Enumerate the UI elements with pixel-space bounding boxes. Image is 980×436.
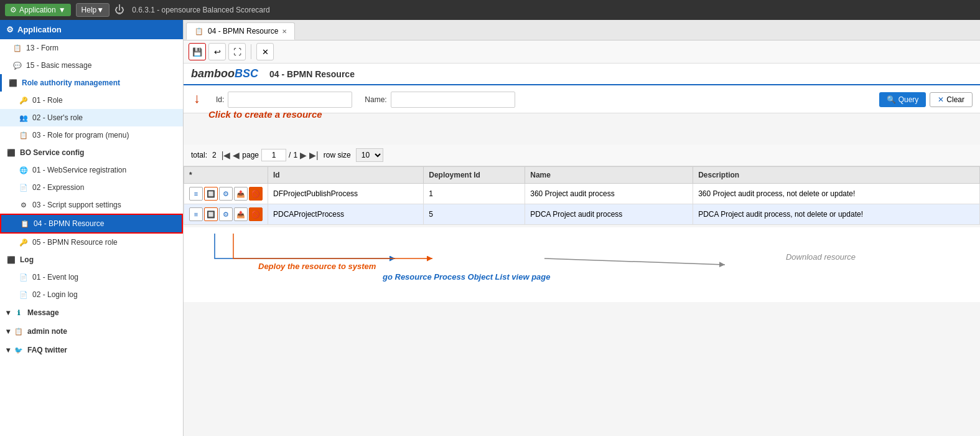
create-arrow: ↓ xyxy=(194,90,200,107)
login-log-icon: 📄 xyxy=(19,290,29,300)
sidebar-section-faq-label: FAQ twitter xyxy=(27,346,67,354)
cell-name-2: PDCA Project audit process xyxy=(525,204,693,225)
tab-label: 04 - BPMN Resource xyxy=(208,27,278,36)
application-button[interactable]: ⚙ Application ▼ xyxy=(5,4,71,16)
edit-button-2[interactable]: 🔲 xyxy=(204,207,218,221)
tabs-bar: 📋 04 - BPMN Resource ✕ xyxy=(184,20,980,40)
row-actions-2: ≡ 🔲 ⚙ 📤 🚫 xyxy=(184,204,268,225)
edit-button-1[interactable]: 🔲 xyxy=(204,187,218,201)
page-header: bambooBSC 04 - BPMN Resource xyxy=(184,64,980,85)
delete-button-2[interactable]: 🚫 xyxy=(249,207,263,221)
gear-icon: ⚙ xyxy=(10,6,17,14)
faq-twitter-icon: 🐦 xyxy=(14,345,24,355)
tab-bpmn-resource[interactable]: 📋 04 - BPMN Resource ✕ xyxy=(186,22,295,40)
clear-icon: ✕ xyxy=(938,95,944,104)
bpmn-role-icon: 🔑 xyxy=(19,237,29,247)
sidebar-item-event-log[interactable]: 📄 01 - Event log xyxy=(0,268,183,286)
sidebar-item-role-program[interactable]: 📋 03 - Role for program (menu) xyxy=(0,126,183,144)
log-section-icon: ⬛ xyxy=(6,255,16,265)
clear-label: Clear xyxy=(946,95,964,104)
message-icon: 💬 xyxy=(12,60,22,70)
sidebar-item-basic-message[interactable]: 💬 15 - Basic message xyxy=(0,57,183,74)
help-button[interactable]: Help ▼ xyxy=(76,3,110,17)
download-annotation: Download resource xyxy=(786,252,856,262)
search-form: ↓ Id: Name: 🔍 Query ✕ xyxy=(184,85,980,113)
sidebar-section-log[interactable]: ⬛ Log xyxy=(0,251,183,268)
query-button[interactable]: 🔍 Query xyxy=(879,92,926,107)
first-page-button[interactable]: |◀ xyxy=(222,150,231,160)
next-page-button[interactable]: ▶ xyxy=(300,150,307,160)
main-layout: ⚙ Application 📋 13 - Form 💬 15 - Basic m… xyxy=(0,20,980,436)
sidebar-section-admin-note-label: admin note xyxy=(27,327,67,336)
users-role-icon: 👥 xyxy=(19,113,29,123)
sidebar-section-faq-twitter[interactable]: ▾ 🐦 FAQ twitter xyxy=(0,341,183,359)
expand-icon: ⛶ xyxy=(233,47,241,57)
save-icon: 💾 xyxy=(192,47,202,57)
config-button-1[interactable]: ⚙ xyxy=(219,187,233,201)
bpmn-resource-icon: 📋 xyxy=(20,219,30,229)
bamboo-text: bamboo xyxy=(191,67,235,80)
col-header-id: Id xyxy=(268,167,424,184)
table-controls: total: 2 |◀ ◀ page / 1 ▶ ▶| row size 10 … xyxy=(184,145,980,166)
prev-page-button[interactable]: ◀ xyxy=(233,150,240,160)
sidebar-section-role-auth-label: Role authority management xyxy=(22,78,120,87)
sidebar-item-expression[interactable]: 📄 02 - Expression xyxy=(0,179,183,196)
total-count: 2 xyxy=(212,151,217,159)
view-button-1[interactable]: ≡ xyxy=(189,187,203,201)
last-page-button[interactable]: ▶| xyxy=(309,150,319,160)
expand-button[interactable]: ⛶ xyxy=(228,43,246,60)
sidebar-item-users-role[interactable]: 👥 02 - User's role xyxy=(0,109,183,126)
sidebar-section-bo-service-label: BO Service config xyxy=(20,148,84,157)
sidebar-item-webservice[interactable]: 🌐 01 - WebService registration xyxy=(0,161,183,179)
name-input[interactable] xyxy=(391,92,515,108)
sidebar-item-bpmn-role[interactable]: 🔑 05 - BPMN Resource role xyxy=(0,234,183,251)
col-header-deployment-id: Deployment Id xyxy=(424,167,525,184)
chevron-icon-message: ▾ xyxy=(6,308,10,317)
sidebar-item-bpmn-resource[interactable]: 📋 04 - BPMN Resource xyxy=(0,214,183,234)
undo-icon: ↩ xyxy=(214,47,221,57)
export-button-1[interactable]: 📤 xyxy=(234,187,248,201)
event-log-icon: 📄 xyxy=(19,272,29,282)
sidebar-item-login-log[interactable]: 📄 02 - Login log xyxy=(0,286,183,303)
table-row: ≡ 🔲 ⚙ 📤 🚫 DFProjectPublishProcess 1 360 … xyxy=(184,184,980,204)
table-container: * Id Deployment Id Name Description ≡ 🔲 xyxy=(184,166,980,225)
page-title: 04 - BPMN Resource xyxy=(269,69,355,79)
close-icon: ✕ xyxy=(262,47,269,57)
sidebar-section-bo-service[interactable]: ⬛ BO Service config xyxy=(0,144,183,161)
delete-button-1[interactable]: 🚫 xyxy=(249,187,263,201)
tab-icon: 📋 xyxy=(194,26,204,36)
sidebar-section-message[interactable]: ▾ ℹ Message xyxy=(0,303,183,322)
chevron-down-icon2: ▼ xyxy=(96,6,104,14)
sidebar-section-role-auth[interactable]: ⬛ Role authority management xyxy=(0,74,183,92)
power-button[interactable]: ⏻ xyxy=(114,4,124,16)
cell-id-1: DFProjectPublishProcess xyxy=(268,184,424,204)
sidebar-item-form[interactable]: 📋 13 - Form xyxy=(0,39,183,57)
export-button-2[interactable]: 📤 xyxy=(234,207,248,221)
sidebar-header: ⚙ Application xyxy=(0,20,183,39)
sidebar-item-role[interactable]: 🔑 01 - Role xyxy=(0,92,183,109)
col-header-actions: * xyxy=(184,167,268,184)
chevron-down-icon: ▼ xyxy=(58,6,66,14)
sidebar-item-script[interactable]: ⚙ 03 - Script support settings xyxy=(0,196,183,214)
id-input[interactable] xyxy=(228,92,352,108)
message-section-icon: ℹ xyxy=(14,308,24,318)
undo-button[interactable]: ↩ xyxy=(208,43,226,60)
row-size-select[interactable]: 10 20 50 xyxy=(356,148,383,162)
help-label: Help xyxy=(82,6,97,14)
bo-service-icon: ⬛ xyxy=(6,148,16,158)
sidebar-item-form-label: 13 - Form xyxy=(26,44,58,52)
sidebar-item-role-program-label: 03 - Role for program (menu) xyxy=(32,131,129,140)
row-size-label: row size xyxy=(324,151,351,159)
config-button-2[interactable]: ⚙ xyxy=(219,207,233,221)
sidebar-item-event-log-label: 01 - Event log xyxy=(32,273,78,282)
page-input[interactable] xyxy=(261,149,286,161)
cell-deployment-id-1: 1 xyxy=(424,184,525,204)
close-button[interactable]: ✕ xyxy=(256,43,274,60)
cell-description-2: PDCA Project audit process, not delete o… xyxy=(693,204,980,225)
save-button[interactable]: 💾 xyxy=(189,43,206,60)
view-button-2[interactable]: ≡ xyxy=(189,207,203,221)
tab-close-button[interactable]: ✕ xyxy=(282,28,287,35)
sidebar-section-admin-note[interactable]: ▾ 📋 admin note xyxy=(0,322,183,341)
id-label: Id: xyxy=(216,95,224,104)
clear-button[interactable]: ✕ Clear xyxy=(930,92,973,107)
